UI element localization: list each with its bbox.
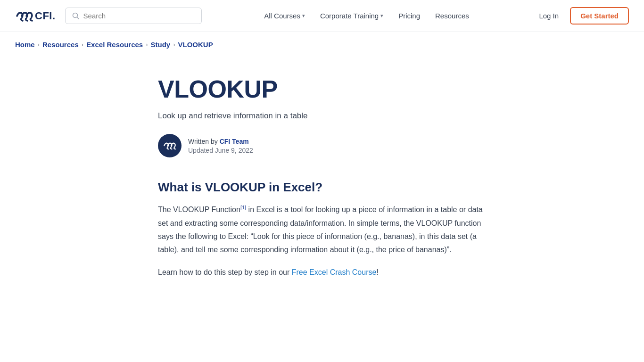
search-input[interactable] [83, 12, 195, 20]
article-paragraph-1: The VLOOKUP Function[1] in Excel is a to… [158, 203, 486, 256]
navbar-right: Log In Get Started [531, 7, 629, 25]
breadcrumb-separator-3: › [146, 41, 148, 48]
navbar-center: All Courses ▾ Corporate Training ▾ Prici… [258, 8, 475, 24]
navbar: CFI. All Courses ▾ Corporate Training ▾ … [0, 0, 644, 32]
free-excel-course-link[interactable]: Free Excel Crash Course [292, 268, 377, 276]
nav-resources[interactable]: Resources [429, 8, 475, 24]
author-written-by: Written by CFI Team [188, 138, 253, 145]
nav-corporate-training[interactable]: Corporate Training ▾ [314, 8, 389, 24]
logo-icon [15, 9, 33, 23]
author-name-link[interactable]: CFI Team [220, 138, 249, 145]
breadcrumb-separator-4: › [173, 41, 175, 48]
breadcrumb-separator-2: › [82, 41, 83, 48]
breadcrumb-separator-1: › [38, 41, 40, 48]
author-info: Written by CFI Team Updated June 9, 2022 [188, 138, 253, 154]
author-updated: Updated June 9, 2022 [188, 147, 253, 154]
all-courses-label: All Courses [264, 12, 300, 20]
breadcrumb-excel-resources[interactable]: Excel Resources [86, 41, 143, 49]
corporate-training-chevron-icon: ▾ [380, 13, 383, 19]
breadcrumb-current: VLOOKUP [178, 41, 213, 49]
logo-link[interactable]: CFI. [15, 9, 56, 23]
get-started-button[interactable]: Get Started [570, 7, 629, 25]
footnote-1: [1] [240, 205, 246, 210]
nav-all-courses[interactable]: All Courses ▾ [258, 8, 311, 24]
breadcrumb-home[interactable]: Home [15, 41, 35, 49]
search-icon [72, 12, 80, 20]
all-courses-chevron-icon: ▾ [302, 13, 305, 19]
breadcrumb: Home › Resources › Excel Resources › Stu… [0, 32, 644, 57]
logo-text: CFI. [35, 10, 56, 22]
article-subtitle: Look up and retrieve information in a ta… [158, 111, 486, 121]
main-content: VLOOKUP Look up and retrieve information… [143, 57, 501, 317]
avatar [158, 134, 182, 157]
corporate-training-label: Corporate Training [320, 12, 379, 20]
article-paragraph-2: Learn how to do this step by step in our… [158, 266, 486, 279]
nav-pricing[interactable]: Pricing [393, 8, 426, 24]
article-title: VLOOKUP [158, 76, 486, 103]
navbar-left: CFI. [15, 8, 202, 24]
resources-label: Resources [435, 12, 469, 20]
author-row: Written by CFI Team Updated June 9, 2022 [158, 134, 486, 157]
pricing-label: Pricing [398, 12, 420, 20]
breadcrumb-resources[interactable]: Resources [42, 41, 79, 49]
section1-title: What is VLOOKUP in Excel? [158, 180, 486, 195]
breadcrumb-study[interactable]: Study [151, 41, 171, 49]
article-body: The VLOOKUP Function[1] in Excel is a to… [158, 203, 486, 279]
login-button[interactable]: Log In [531, 8, 566, 24]
search-bar[interactable] [65, 8, 202, 24]
